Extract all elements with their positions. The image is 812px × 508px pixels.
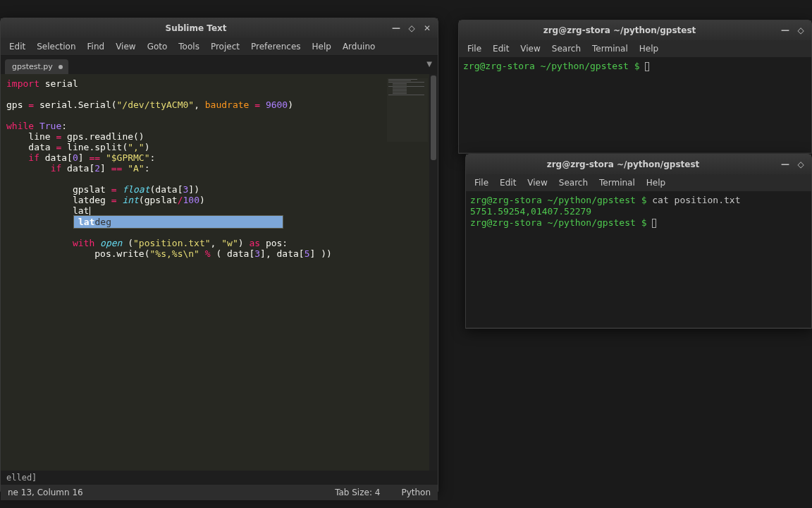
terminal1-title: zrg@zrg-stora ~/python/gpstest	[463, 25, 776, 35]
code-line[interactable]: pos.write("%s,%s\n" % ( data[3], data[5]…	[6, 248, 432, 259]
menu-edit[interactable]: Edit	[4, 40, 31, 53]
code-line[interactable]: gpslat = float(data[3])	[6, 184, 432, 195]
maximize-button[interactable]: ◇	[405, 22, 418, 35]
code-line[interactable]: line = gps.readline()	[6, 131, 432, 142]
sublime-menubar: EditSelectionFindViewGotoToolsProjectPre…	[1, 38, 438, 56]
menu-file[interactable]: File	[469, 176, 494, 189]
terminal2-menubar: FileEditViewSearchTerminalHelp	[466, 174, 811, 192]
terminal2-body[interactable]: zrg@zrg-stora ~/python/gpstest $ cat pos…	[466, 192, 811, 327]
terminal-window-1: zrg@zrg-stora ~/python/gpstest — ◇ FileE…	[458, 20, 812, 154]
terminal-window-2: zrg@zrg-stora ~/python/gpstest — ◇ FileE…	[465, 154, 812, 329]
maximize-button[interactable]: ◇	[794, 24, 807, 37]
terminal1-menubar: FileEditViewSearchTerminalHelp	[459, 40, 811, 58]
code-line[interactable]: if data[0] == "$GPRMC":	[6, 152, 432, 163]
menu-preferences[interactable]: Preferences	[245, 40, 307, 53]
code-line[interactable]: with open ("position.txt", "w") as pos:	[6, 238, 432, 248]
menu-search[interactable]: Search	[553, 176, 593, 189]
menu-view[interactable]: View	[522, 176, 553, 189]
terminal2-command: cat position.txt	[652, 195, 740, 205]
code-line[interactable]: while True:	[6, 121, 432, 131]
autocomplete-item[interactable]: latdeg	[74, 216, 283, 228]
code-line[interactable]	[6, 89, 432, 99]
autocomplete-match: lat	[78, 217, 94, 227]
autocomplete-rest: deg	[94, 217, 111, 227]
scrollbar-thumb[interactable]	[431, 75, 436, 160]
code-line[interactable]	[6, 174, 432, 184]
tab-label: gpstest.py	[12, 62, 53, 71]
minimize-button[interactable]: —	[390, 22, 402, 35]
menu-arduino[interactable]: Arduino	[337, 40, 381, 53]
menu-edit[interactable]: Edit	[487, 42, 515, 55]
autocomplete-popup[interactable]: latdeg	[73, 215, 283, 229]
status-tab-size[interactable]: Tab Size: 4	[335, 488, 380, 497]
sublime-window: Sublime Text — ◇ ✕ EditSelectionFindView…	[0, 18, 438, 492]
menu-help[interactable]: Help	[634, 42, 664, 55]
menu-view[interactable]: View	[515, 42, 546, 55]
code-line[interactable]: import serial	[6, 78, 432, 89]
tab-overflow-icon[interactable]: ▼	[426, 60, 432, 68]
menu-selection[interactable]: Selection	[31, 40, 81, 53]
status-cursor-pos: ne 13, Column 16	[8, 488, 335, 497]
command-status: elled]	[1, 471, 438, 485]
menu-file[interactable]: File	[462, 42, 487, 55]
terminal-cursor-icon	[652, 219, 656, 228]
menu-find[interactable]: Find	[82, 40, 111, 53]
code-line[interactable]: latdeg = int(gpslat/100)	[6, 195, 432, 205]
code-line[interactable]	[6, 110, 432, 121]
close-button[interactable]: ✕	[421, 22, 433, 35]
editor-area[interactable]: import serial gps = serial.Serial("/dev/…	[1, 74, 438, 471]
maximize-button[interactable]: ◇	[794, 158, 807, 171]
terminal1-body[interactable]: zrg@zrg-stora ~/python/gpstest $	[459, 58, 811, 152]
status-syntax[interactable]: Python	[401, 488, 431, 497]
minimize-button[interactable]: —	[779, 24, 792, 37]
file-tab[interactable]: gpstest.py	[5, 59, 68, 74]
editor-scrollbar[interactable]	[429, 74, 438, 471]
code-line[interactable]: if data[2] == "A":	[6, 163, 432, 174]
dirty-indicator-icon	[59, 65, 63, 69]
terminal2-titlebar[interactable]: zrg@zrg-stora ~/python/gpstest — ◇	[466, 155, 811, 174]
code-line[interactable]: gps = serial.Serial("/dev/ttyACM0", baud…	[6, 99, 432, 110]
menu-help[interactable]: Help	[307, 40, 337, 53]
menu-edit[interactable]: Edit	[494, 176, 522, 189]
menu-terminal[interactable]: Terminal	[586, 42, 634, 55]
menu-tools[interactable]: Tools	[173, 40, 205, 53]
terminal1-prompt: zrg@zrg-stora ~/python/gpstest $	[463, 61, 645, 71]
menu-view[interactable]: View	[110, 40, 141, 53]
terminal2-prompt2: zrg@zrg-stora ~/python/gpstest $	[470, 217, 652, 228]
minimize-button[interactable]: —	[779, 158, 792, 171]
sublime-title: Sublime Text	[5, 23, 387, 33]
code-editor[interactable]: import serial gps = serial.Serial("/dev/…	[1, 74, 438, 263]
tab-bar: gpstest.py ▼	[1, 56, 438, 74]
menu-project[interactable]: Project	[205, 40, 245, 53]
terminal2-title: zrg@zrg-stora ~/python/gpstest	[470, 159, 776, 169]
terminal2-output: 5751.59254,01407.52279	[470, 206, 807, 217]
minimap[interactable]	[387, 78, 428, 142]
menu-search[interactable]: Search	[546, 42, 586, 55]
code-line[interactable]: data = line.split(",")	[6, 142, 432, 152]
menu-terminal[interactable]: Terminal	[593, 176, 641, 189]
sublime-titlebar[interactable]: Sublime Text — ◇ ✕	[1, 18, 438, 38]
statusbar: ne 13, Column 16 Tab Size: 4 Python	[1, 485, 438, 500]
menu-goto[interactable]: Goto	[142, 40, 173, 53]
terminal2-prompt: zrg@zrg-stora ~/python/gpstest $	[470, 195, 652, 205]
menu-help[interactable]: Help	[641, 176, 671, 189]
terminal1-titlebar[interactable]: zrg@zrg-stora ~/python/gpstest — ◇	[459, 20, 811, 40]
terminal-cursor-icon	[645, 62, 649, 71]
